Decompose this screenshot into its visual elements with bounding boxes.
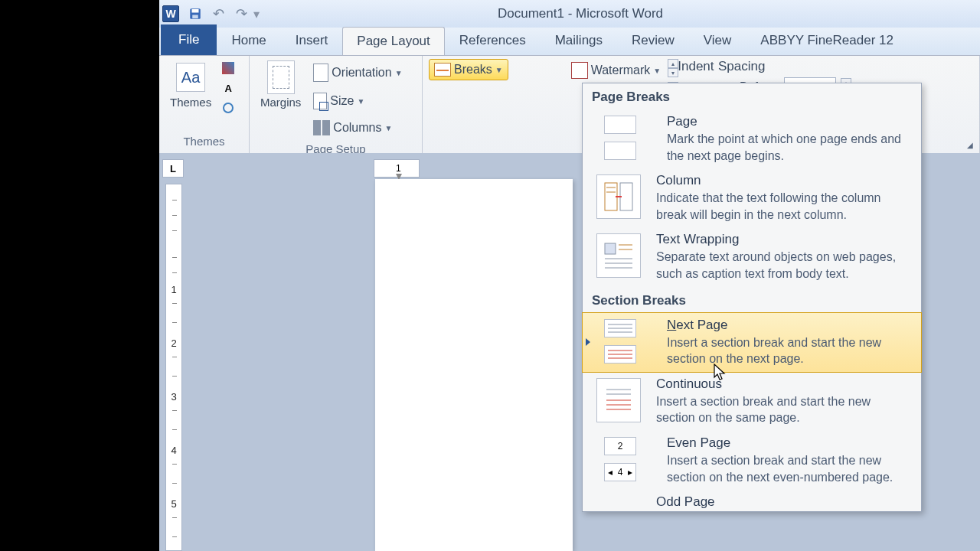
chevron-down-icon: ▼	[385, 124, 393, 132]
paragraph-dialog-launcher[interactable]: ◢	[967, 141, 978, 152]
breaks-dropdown: Page Breaks Page Mark the point at which…	[582, 83, 922, 512]
undo-button[interactable]: ↶	[209, 5, 227, 23]
theme-effects-button[interactable]	[219, 99, 237, 117]
tab-view[interactable]: View	[689, 26, 746, 55]
theme-colors-button[interactable]	[219, 59, 237, 77]
margins-button[interactable]: Margins	[256, 59, 305, 112]
next-page-title: Next Page	[667, 318, 909, 333]
save-icon	[188, 7, 202, 21]
svg-rect-7	[605, 243, 616, 254]
section-breaks-header: Section Breaks	[583, 287, 921, 313]
document-page[interactable]	[375, 179, 573, 551]
break-next-page[interactable]: Next Page Insert a section break and sta…	[582, 312, 922, 373]
qat-separator: ▾	[253, 6, 260, 21]
chevron-down-icon: ▼	[653, 67, 661, 75]
redo-button[interactable]: ↷	[232, 5, 250, 23]
tab-references[interactable]: References	[445, 26, 541, 55]
colors-icon	[222, 62, 234, 74]
page-breaks-header: Page Breaks	[583, 83, 921, 109]
page-break-icon	[604, 142, 636, 160]
indent-left-spinner[interactable]: ▴▾	[668, 59, 678, 77]
vertical-ruler[interactable]: 1 2 3 4 5 6	[165, 184, 182, 551]
window-title: Document1 - Microsoft Word	[260, 6, 977, 21]
next-page-icon	[604, 319, 636, 337]
fonts-icon: A	[224, 83, 231, 94]
column-break-icon	[596, 174, 641, 219]
themes-button[interactable]: Aa Themes	[165, 59, 216, 112]
effects-icon	[223, 103, 234, 113]
tab-mailings[interactable]: Mailings	[541, 26, 617, 55]
watermark-button[interactable]: Watermark ▼	[567, 59, 666, 82]
orientation-icon	[313, 64, 328, 82]
horizontal-ruler[interactable]: 1	[374, 159, 420, 178]
group-themes: Aa Themes A Themes	[159, 56, 250, 153]
tab-abbyy[interactable]: ABBYY FineReader 12	[746, 26, 908, 55]
svg-rect-3	[605, 183, 617, 210]
chevron-down-icon: ▼	[357, 97, 364, 106]
text-wrapping-icon	[596, 233, 641, 278]
odd-page-icon	[596, 496, 641, 504]
page-break-icon	[604, 116, 636, 134]
columns-button[interactable]: Columns ▼	[309, 117, 407, 139]
break-text-wrapping[interactable]: Text Wrapping Separate text around objec…	[583, 227, 921, 286]
tab-review[interactable]: Review	[617, 26, 689, 55]
even-page-icon: 2	[604, 437, 636, 455]
tab-home[interactable]: Home	[217, 26, 280, 55]
margins-icon	[267, 60, 295, 94]
watermark-icon	[571, 62, 588, 79]
titlebar: W ↶ ↷ ▾ Document1 - Microsoft Word	[159, 0, 980, 28]
letterbox	[0, 0, 159, 551]
svg-rect-1	[192, 9, 199, 13]
mouse-cursor-icon	[714, 364, 727, 383]
tab-file[interactable]: File	[161, 24, 217, 55]
word-window: W ↶ ↷ ▾ Document1 - Microsoft Word File …	[159, 0, 980, 551]
selection-marker-icon	[586, 338, 590, 346]
break-page[interactable]: Page Mark the point at which one page en…	[583, 109, 921, 168]
breaks-button[interactable]: Breaks ▼	[429, 59, 508, 80]
tab-selector[interactable]: L	[162, 159, 184, 178]
themes-icon: Aa	[176, 63, 205, 92]
redo-icon: ↷	[236, 5, 247, 22]
chevron-down-icon: ▼	[495, 66, 503, 74]
svg-rect-4	[620, 183, 632, 210]
tab-insert[interactable]: Insert	[281, 26, 343, 55]
next-page-icon	[604, 345, 636, 364]
ribbon-tabs: File Home Insert Page Layout References …	[159, 28, 980, 55]
svg-rect-2	[192, 15, 198, 19]
break-even-page[interactable]: 2 ◂4▸ Even Page Insert a section break a…	[583, 431, 921, 490]
chevron-down-icon: ▼	[395, 69, 403, 77]
columns-icon	[313, 120, 330, 135]
continuous-icon	[596, 378, 641, 422]
even-page-icon: ◂4▸	[604, 463, 636, 481]
break-column[interactable]: Column Indicate that the text following …	[583, 168, 921, 227]
size-icon	[313, 93, 327, 109]
save-button[interactable]	[186, 5, 204, 23]
size-button[interactable]: Size ▼	[309, 90, 407, 112]
orientation-button[interactable]: Orientation ▼	[309, 60, 407, 85]
spacing-header: Spacing	[718, 59, 973, 74]
word-app-icon: W	[162, 5, 179, 22]
break-continuous[interactable]: Continuous Insert a section break and st…	[583, 372, 921, 431]
breaks-icon	[434, 63, 451, 77]
group-page-setup: Margins Orientation ▼ Size ▼	[250, 56, 423, 153]
tab-page-layout[interactable]: Page Layout	[342, 27, 444, 55]
break-odd-page[interactable]: Odd Page	[583, 490, 921, 511]
theme-fonts-button[interactable]: A	[219, 79, 237, 97]
undo-icon: ↶	[213, 5, 224, 22]
